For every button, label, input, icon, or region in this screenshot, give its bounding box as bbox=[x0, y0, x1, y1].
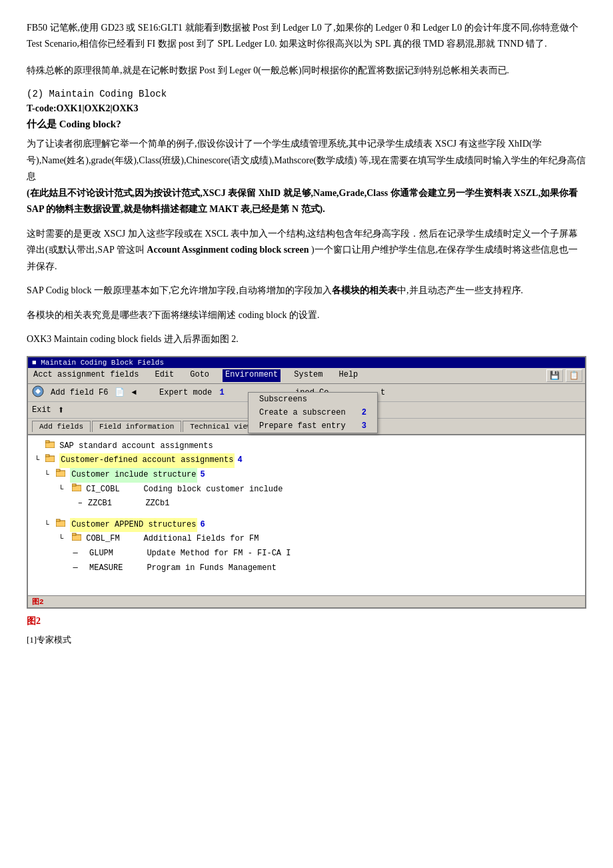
circle-nav-icon bbox=[32, 385, 44, 400]
body2-bold: Account Assginment coding block screen bbox=[147, 245, 308, 255]
sap-window: ■ Maintain Coding Block Fields Acct assi… bbox=[27, 356, 586, 609]
tab-add-fields[interactable]: Add fields bbox=[32, 421, 91, 432]
tcode-value: :OXK1|OXK2|OXK3 bbox=[53, 103, 139, 113]
cobl-fm-folder-icon bbox=[72, 532, 81, 547]
sap-std-text: SAP standard account assignments bbox=[59, 439, 213, 454]
menu-system[interactable]: System bbox=[291, 369, 325, 382]
svg-rect-12 bbox=[72, 533, 76, 535]
dropdown-subscreens[interactable]: Subscreens bbox=[249, 393, 377, 406]
menu-help[interactable]: Help bbox=[336, 369, 361, 382]
create-subscreen-label: Create a subscreen bbox=[259, 408, 346, 417]
cobl-fm-text: COBL_FM Additional Fields for FM bbox=[86, 532, 259, 547]
figure-caption: 图2 bbox=[27, 615, 586, 627]
intro-paragraph-2: 特殊总帐的原理很简单,就是在记帐时数据 Post 到 Leger 0(一般总帐)… bbox=[27, 63, 586, 79]
menu-edit[interactable]: Edit bbox=[152, 369, 177, 382]
footnote: [1]专家模式 bbox=[27, 634, 586, 646]
sap-statusbar: 图2 bbox=[28, 595, 585, 607]
menu-acct[interactable]: Acct assignment fields bbox=[31, 369, 141, 382]
environment-dropdown[interactable]: Subscreens Create a subscreen 2 Prepare … bbox=[248, 392, 378, 433]
menu-goto[interactable]: Goto bbox=[187, 369, 212, 382]
customer-append-text: Customer APPEND structures bbox=[70, 518, 197, 533]
titlebar-icon: ■ bbox=[32, 359, 37, 367]
tree-row-sap-standard: SAP standard account assignments bbox=[35, 439, 578, 454]
tree-row-cobl-fm: └ COBL_FM Additional Fields for FM bbox=[35, 532, 578, 547]
body3-end: 中,并且动态产生一些支持程序. bbox=[397, 285, 523, 295]
body-text-3: SAP Codig block 一般原理基本如下,它允许增加字段,自动将增加的字… bbox=[27, 283, 586, 299]
body1-bold: (在此姑且不讨论设计范式,因为按设计范式,XSCJ 表保留 XhID 就足够,N… bbox=[27, 188, 578, 215]
intro-text-2: 特殊总帐的原理很简单,就是在记帐时数据 Post 到 Leger 0(一般总帐)… bbox=[27, 65, 509, 75]
svg-rect-2 bbox=[45, 441, 49, 443]
icon-copy[interactable]: 📋 bbox=[566, 369, 582, 382]
indent-1a: └ bbox=[35, 453, 45, 468]
prepare-fast-entry-label: Prepare fast entry bbox=[259, 421, 346, 431]
create-subscreen-badge: 2 bbox=[362, 408, 366, 417]
indent-4b: — bbox=[35, 547, 89, 561]
indent-2a: └ bbox=[35, 468, 56, 483]
subscreens-label: Subscreens bbox=[259, 395, 307, 404]
body5-text: OXK3 Maintain coding block fields 进入后界面如… bbox=[27, 334, 239, 344]
body-text-2: 这时需要的是更改 XSCJ 加入这些字段或在 XSCL 表中加入一个结构,这结构… bbox=[27, 226, 586, 275]
fig-number: 图2 bbox=[27, 616, 41, 626]
nav-icon-left[interactable]: ◄ bbox=[131, 388, 136, 397]
body3-start: SAP Codig block 一般原理基本如下,它允许增加字段,自动将增加的字… bbox=[27, 285, 332, 295]
body4-text: 各模块的相关表究竟是哪些表?下面将继续详细阐述 coding block 的设置… bbox=[27, 310, 319, 320]
sap-content: SAP standard account assignments └ Custo… bbox=[28, 435, 585, 595]
dropdown-create-subscreen[interactable]: Create a subscreen 2 bbox=[249, 406, 377, 419]
sap-titlebar: ■ Maintain Coding Block Fields bbox=[28, 357, 585, 368]
fig-label: 图2 bbox=[32, 597, 44, 607]
sap-menubar[interactable]: Acct assignment fields Edit Goto Environ… bbox=[28, 368, 585, 384]
customer-include-folder-icon bbox=[56, 468, 65, 483]
customer-defined-badge: 4 bbox=[237, 453, 242, 468]
tree-row-customer-defined: └ Customer-defined account assignments 4 bbox=[35, 453, 578, 468]
tcode-label: T-code bbox=[27, 103, 53, 113]
add-field-nav[interactable]: Add field F6 bbox=[51, 388, 108, 397]
body-text-5: OXK3 Maintain coding block fields 进入后界面如… bbox=[27, 331, 586, 348]
body-text-4: 各模块的相关表究竟是哪些表?下面将继续详细阐述 coding block 的设置… bbox=[27, 307, 586, 324]
customer-append-badge: 6 bbox=[200, 518, 205, 533]
section-title: (2) Maintain Coding Block bbox=[27, 89, 586, 99]
indent-3a: └ bbox=[35, 483, 72, 497]
nav-t-text: t bbox=[380, 388, 385, 397]
tree-row-glupm: — GLUPM Update Method for FM - FI-CA I bbox=[35, 547, 578, 561]
body3-bold: 各模块的相关表 bbox=[332, 285, 397, 295]
svg-rect-6 bbox=[56, 469, 60, 471]
dropdown-prepare-fast-entry[interactable]: Prepare fast entry 3 bbox=[249, 419, 377, 433]
toolbar-right-icons: 💾 📋 bbox=[546, 369, 582, 382]
svg-rect-10 bbox=[56, 519, 60, 521]
exit-arrow-icon[interactable]: ⬆ bbox=[58, 403, 65, 417]
titlebar-text: Maintain Coding Block Fields bbox=[41, 359, 164, 367]
indent-2b: └ bbox=[35, 518, 56, 533]
customer-include-badge: 5 bbox=[200, 468, 205, 483]
tree-row-measure: — MEASURE Program in Funds Management bbox=[35, 561, 578, 576]
intro-paragraph-1: FB50 记笔帐,使用 GD23 或 SE16:GLT1 就能看到数据被 Pos… bbox=[27, 20, 586, 52]
zzcb1-text: ZZCB1 ZZCb1 bbox=[88, 497, 169, 511]
sap-std-folder-icon bbox=[45, 439, 55, 454]
svg-rect-4 bbox=[45, 455, 49, 457]
tree-row-ci-cobl: └ CI_COBL Coding block customer include bbox=[35, 483, 578, 497]
section-heading: 什么是 Coding block? bbox=[27, 118, 586, 131]
body1-normal: 为了让读者彻底理解它举一个简单的例子,假设你设计了一个学生成绩管理系统,其中记录… bbox=[27, 139, 586, 181]
tcode-line: T-code:OXK1|OXK2|OXK3 bbox=[27, 103, 586, 114]
indent-4c: — bbox=[35, 561, 89, 576]
nav-icon-page: 📄 bbox=[115, 387, 125, 397]
body-text-1: 为了让读者彻底理解它举一个简单的例子,假设你设计了一个学生成绩管理系统,其中记录… bbox=[27, 136, 586, 218]
indent-4a: – bbox=[35, 497, 88, 511]
tab-field-information[interactable]: Field information bbox=[92, 421, 181, 432]
customer-defined-folder-icon bbox=[45, 453, 55, 468]
exit-label[interactable]: Exit bbox=[32, 405, 51, 415]
ci-cobl-folder-icon bbox=[72, 483, 81, 497]
tree-row-customer-append: └ Customer APPEND structures 6 bbox=[35, 518, 578, 533]
tree-row-customer-include: └ Customer include structure 5 bbox=[35, 468, 578, 483]
expert-mode-label[interactable]: Expert mode 1 bbox=[159, 388, 225, 397]
glupm-text: GLUPM Update Method for FM - FI-CA I bbox=[89, 547, 291, 561]
measure-text: MEASURE Program in Funds Management bbox=[89, 561, 277, 576]
customer-defined-text: Customer-defined account assignments bbox=[59, 453, 235, 468]
customer-include-text: Customer include structure bbox=[70, 468, 197, 483]
indent-3b: └ bbox=[35, 532, 72, 547]
icon-save[interactable]: 💾 bbox=[546, 369, 563, 382]
add-field-key: F6 bbox=[99, 388, 108, 397]
ci-cobl-text: CI_COBL Coding block customer include bbox=[86, 483, 283, 497]
svg-rect-8 bbox=[72, 484, 76, 486]
tree-row-zzcb1: – ZZCB1 ZZCb1 bbox=[35, 497, 578, 511]
menu-environment[interactable]: Environment bbox=[223, 369, 281, 382]
